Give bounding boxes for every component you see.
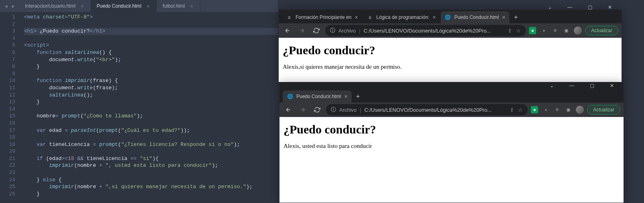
close-button[interactable]: ✕ [604, 4, 616, 10]
browser-tab[interactable]: aLógica de programación:× [363, 11, 440, 23]
page-heading: ¿Puedo conducir? [283, 43, 618, 57]
addr-prefix: Archivo [339, 107, 356, 113]
tab-title: Puedo Conducir.html [296, 94, 341, 99]
editor-tab[interactable]: InteraccionUsuario.html× [19, 0, 91, 12]
star-icon[interactable]: ☆ [516, 28, 521, 34]
favicon: a [286, 14, 292, 21]
update-button[interactable]: Actualizar [587, 105, 620, 115]
tab-title: futbol.html [162, 3, 184, 9]
chevron-down-icon[interactable]: ⌄ [546, 83, 558, 88]
avatar[interactable] [574, 27, 582, 35]
minimize-button[interactable]: — [564, 4, 576, 10]
chevron-down-icon[interactable]: ⌄ [544, 4, 556, 10]
page-output-text: Alexis, usted esta listo para conducir [284, 143, 620, 150]
playlist-icon[interactable]: ≡ [553, 106, 561, 113]
rendered-page: ¿Puedo conducir? Alexis,si quieres manej… [279, 38, 622, 82]
info-icon: ⓘ [330, 27, 335, 34]
address-bar[interactable]: ⓘ Archivo | C:/Users/LENOVO/Documents/Ló… [325, 25, 526, 36]
code-area[interactable]: 1234567891011121314151617181920212223242… [0, 12, 278, 203]
addr-url: C:/Users/LENOVO/Documents/Lógica%20de%20… [365, 107, 507, 113]
editor-tab[interactable]: futbol.html× [157, 0, 200, 12]
favicon: 🌐 [445, 14, 451, 21]
browser-window-2: ⌄ — ▢ ✕ 🌐Puedo Conducir.html×+ ⓘ Archivo… [279, 82, 624, 203]
editor-tab[interactable]: Puedo Conducir.html× [91, 0, 157, 12]
addr-url: C:/Users/LENOVO/Documents/Lógica%20de%20… [364, 28, 505, 34]
shield-icon[interactable]: ◆ [531, 106, 538, 113]
browser-tabstrip: aFormación Principiante en×aLógica de pr… [279, 10, 622, 23]
forward-button[interactable] [297, 104, 308, 115]
favicon: 🌐 [287, 93, 293, 100]
code-content[interactable]: <meta charset="UTF-8"><h1> ¿Puedo conduc… [20, 12, 278, 203]
browser-tab[interactable]: aFormación Principiante en× [282, 11, 362, 23]
reload-button[interactable] [311, 25, 322, 36]
browser-tab[interactable]: 🌐Puedo Conducir.html× [441, 11, 510, 23]
nav-back-icon[interactable]: ◀ [2, 2, 10, 10]
rendered-page: ¿Puedo conducir? Alexis, usted esta list… [279, 117, 624, 203]
editor-pane: ◀ ▶ InteraccionUsuario.html×Puedo Conduc… [0, 0, 278, 203]
avatar[interactable] [576, 106, 584, 114]
page-heading: ¿Puedo conducir? [284, 123, 620, 136]
tab-title: Formación Principiante en [296, 14, 351, 20]
tab-title: Puedo Conducir.html [454, 14, 499, 20]
share-icon[interactable]: ⇪ [508, 28, 512, 34]
new-tab-button[interactable]: + [352, 91, 364, 103]
star-icon[interactable]: ☆ [518, 107, 523, 113]
new-tab-button[interactable]: + [510, 12, 521, 23]
browser-toolbar: ⓘ Archivo | C:/Users/LENOVO/Documents/Ló… [279, 23, 622, 38]
update-button[interactable]: Actualizar [585, 26, 618, 35]
browser-tabstrip: 🌐Puedo Conducir.html×+ [279, 89, 624, 103]
playlist-icon[interactable]: ≡ [551, 27, 559, 34]
tab-title: InteraccionUsuario.html [25, 3, 75, 9]
close-icon[interactable]: × [189, 3, 194, 9]
close-icon[interactable]: × [344, 93, 347, 100]
back-button[interactable] [283, 104, 294, 115]
back-button[interactable] [282, 25, 293, 36]
line-gutter: 1234567891011121314151617181920212223242… [0, 12, 20, 203]
close-button[interactable]: ✕ [606, 83, 618, 88]
page-output-text: Alexis,si quieres manejar necesita de un… [283, 64, 618, 70]
close-icon[interactable]: × [433, 14, 436, 21]
sidepanel-icon[interactable]: ▣ [563, 27, 570, 34]
info-icon: ⓘ [331, 106, 336, 113]
maximize-button[interactable]: ▢ [586, 83, 598, 88]
editor-tabstrip: ◀ ▶ InteraccionUsuario.html×Puedo Conduc… [0, 0, 278, 12]
minimize-button[interactable]: — [566, 83, 578, 88]
shield-icon[interactable]: ◆ [529, 27, 536, 34]
tab-title: Lógica de programación: [377, 14, 429, 20]
close-icon[interactable]: × [502, 14, 505, 21]
browser-tab[interactable]: 🌐Puedo Conducir.html× [283, 90, 352, 103]
maximize-button[interactable]: ▢ [584, 4, 596, 10]
close-icon[interactable]: × [145, 3, 151, 9]
browser-window-1: ⌄ — ▢ ✕ aFormación Principiante en×aLógi… [279, 10, 622, 82]
close-icon[interactable]: × [79, 3, 85, 9]
address-bar[interactable]: ⓘ Archivo | C:/Users/LENOVO/Documents/Ló… [326, 104, 528, 115]
browser-toolbar: ⓘ Archivo | C:/Users/LENOVO/Documents/Ló… [279, 103, 624, 117]
reload-button[interactable] [312, 104, 323, 115]
share-icon[interactable]: ⇪ [510, 107, 514, 113]
tab-title: Puedo Conducir.html [97, 3, 141, 9]
extensions-icon[interactable]: ✦ [542, 106, 549, 113]
forward-button[interactable] [296, 25, 308, 36]
favicon: a [367, 14, 373, 21]
nav-forward-icon[interactable]: ▶ [10, 2, 17, 10]
sidepanel-icon[interactable]: ▣ [565, 106, 572, 113]
addr-prefix: Archivo [338, 28, 356, 34]
extensions-icon[interactable]: ✦ [540, 27, 547, 34]
close-icon[interactable]: × [354, 14, 358, 21]
